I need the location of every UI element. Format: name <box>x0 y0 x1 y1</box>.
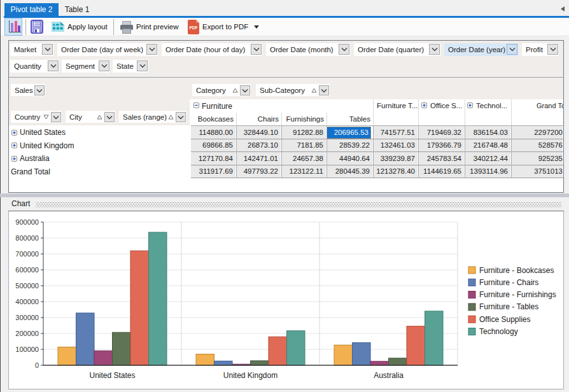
svg-text:600000: 600000 <box>15 266 39 274</box>
svg-text:100000: 100000 <box>15 346 39 353</box>
svg-text:200000: 200000 <box>15 330 39 337</box>
svg-text:Furniture - Tables: Furniture - Tables <box>479 302 538 311</box>
svg-text:Technology: Technology <box>479 327 518 336</box>
svg-text:Office Supplies: Office Supplies <box>479 315 531 324</box>
svg-text:Furniture - Bookcases: Furniture - Bookcases <box>479 266 554 275</box>
svg-text:300000: 300000 <box>15 314 39 321</box>
svg-text:PDF: PDF <box>190 25 198 30</box>
svg-text:United States: United States <box>89 371 135 380</box>
svg-text:0: 0 <box>35 361 39 369</box>
svg-text:Furniture - Furnishings: Furniture - Furnishings <box>479 290 556 299</box>
svg-text:500000: 500000 <box>15 282 39 290</box>
svg-text:400000: 400000 <box>15 298 39 305</box>
svg-text:Furniture - Chairs: Furniture - Chairs <box>479 278 538 287</box>
svg-text:900000: 900000 <box>15 218 39 226</box>
svg-text:700000: 700000 <box>15 250 39 258</box>
svg-text:Australia: Australia <box>374 371 404 380</box>
svg-text:800000: 800000 <box>15 234 39 242</box>
svg-text:United Kingdom: United Kingdom <box>223 371 277 380</box>
